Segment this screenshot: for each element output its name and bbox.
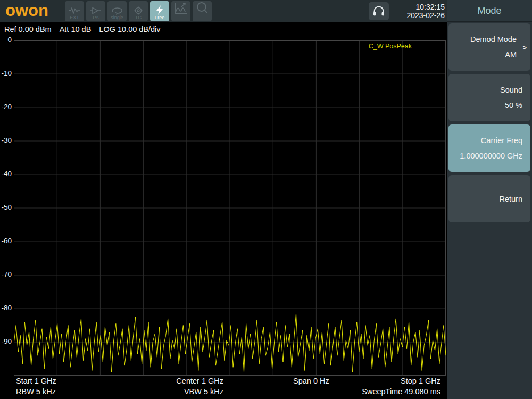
softkey-value: AM	[505, 51, 517, 59]
softkey-carrier-freq[interactable]: Carrier Freq 1.000000000 GHz	[448, 124, 530, 172]
softkey-label: Demod Mode	[470, 35, 517, 44]
loop-arrow-icon	[111, 6, 123, 15]
toolbar-button-label: single	[111, 15, 123, 20]
span-readout: Span 0 Hz	[293, 377, 329, 385]
y-axis-tick: -20	[1, 103, 12, 111]
trace-detector-label: C_W PosPeak	[369, 43, 412, 50]
grid-and-trace	[14, 40, 446, 376]
y-axis-tick: 0	[7, 36, 12, 44]
attenuation: Att 10 dB	[60, 25, 92, 34]
vbw-readout: VBW 5 kHz	[149, 387, 223, 396]
softkey-buttons: Demod Mode AM > Sound 50 % Carrier Freq …	[447, 22, 532, 222]
y-axis-tick: -40	[1, 170, 12, 178]
toolbar-button-marker-trace[interactable]	[171, 1, 190, 21]
trace-display-area: Ref 0.00 dBm Att 10 dB LOG 10.00 dB/div …	[0, 22, 447, 399]
y-axis-tick: -50	[1, 203, 12, 211]
spectrum-peaks-icon	[174, 1, 188, 15]
sweep-time-readout: SweepTime 49.080 ms	[362, 387, 440, 396]
amplifier-icon	[90, 6, 102, 15]
clock-date: 2023-02-26	[386, 11, 445, 20]
toolbar-button-label: Free	[155, 15, 165, 20]
magnifier-icon	[195, 1, 209, 15]
clock-time: 10:32:15	[386, 3, 445, 11]
top-bar: owon EXT PA single	[0, 0, 447, 22]
waveform-icon	[69, 6, 80, 15]
stop-freq-readout: Stop 1 GHz	[401, 377, 440, 385]
y-axis-tick: -10	[1, 69, 12, 77]
toolbar-button-label: EXT	[70, 15, 79, 20]
softkey-label: Return	[499, 195, 522, 203]
softkey-value: 50 %	[505, 101, 522, 110]
spectrum-plot: C_W PosPeak	[14, 40, 446, 376]
y-axis-tick: -70	[1, 270, 12, 278]
softkey-return[interactable]: Return	[448, 175, 530, 222]
log-scale: LOG 10.00 dB/div	[99, 25, 160, 34]
toolbar-button-label: PA	[93, 15, 98, 20]
lightning-bolt-icon	[155, 5, 164, 15]
center-freq-readout: Center 1 GHz	[149, 377, 223, 385]
datetime-display: 10:32:15 2023-02-26	[386, 3, 445, 20]
toolbar-button-ext[interactable]: EXT	[65, 1, 84, 21]
softkey-label: Carrier Freq	[481, 136, 522, 145]
toolbar-button-single[interactable]: single	[107, 1, 127, 21]
menu-header: Mode	[447, 0, 532, 22]
softkey-sound[interactable]: Sound 50 %	[448, 74, 530, 121]
owon-logo: owon	[5, 1, 48, 20]
softkey-label: Sound	[500, 86, 522, 94]
softkey-demod-mode[interactable]: Demod Mode AM >	[448, 23, 530, 71]
y-axis-tick: -60	[1, 237, 12, 245]
y-axis-tick: -90	[1, 337, 12, 345]
toolbar-button-zoom[interactable]	[193, 1, 212, 21]
softkey-menu: Mode Demod Mode AM > Sound 50 % Carrier …	[447, 0, 532, 399]
toolbar-button-label: TG	[135, 15, 142, 20]
menu-title: Mode	[477, 5, 501, 16]
toolbar: EXT PA single	[65, 1, 212, 21]
y-axis-tick: -30	[1, 136, 12, 144]
rbw-readout: RBW 5 kHz	[16, 387, 56, 396]
toolbar-button-free-run[interactable]: Free	[150, 1, 169, 21]
reference-settings-readout: Ref 0.00 dBm Att 10 dB LOG 10.00 dB/div	[4, 25, 161, 34]
target-gear-icon	[133, 6, 144, 15]
submenu-arrow-icon: >	[522, 43, 527, 51]
toolbar-button-pa[interactable]: PA	[86, 1, 105, 21]
toolbar-button-tg[interactable]: TG	[129, 1, 148, 21]
y-axis-tick: -80	[1, 304, 12, 312]
softkey-value: 1.000000000 GHz	[460, 152, 522, 160]
start-freq-readout: Start 1 GHz	[16, 377, 56, 385]
ref-level: Ref 0.00 dBm	[4, 25, 52, 34]
headphone-icon	[372, 5, 385, 17]
spectrum-analyzer-screen: owon EXT PA single	[0, 0, 532, 399]
